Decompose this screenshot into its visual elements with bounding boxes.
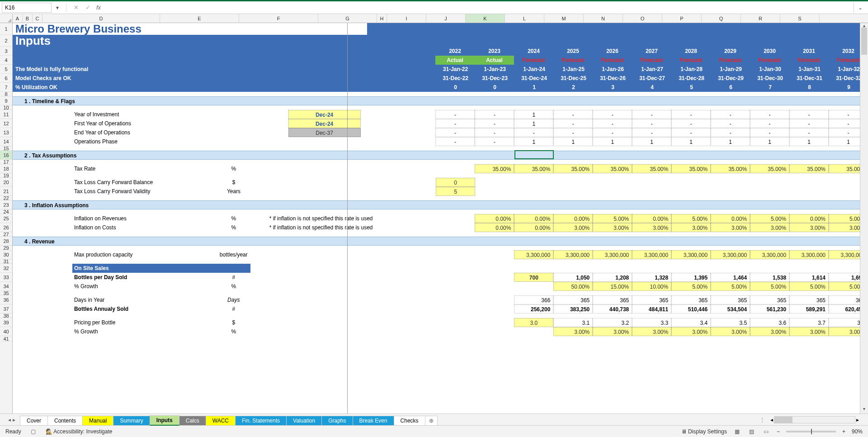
data-cell[interactable] (435, 318, 475, 327)
data-cell[interactable] (475, 304, 514, 314)
col-header[interactable]: A (13, 14, 23, 23)
row-header[interactable]: 2 (0, 35, 12, 47)
data-cell[interactable]: 5.00% (671, 214, 711, 223)
data-cell[interactable]: 35.00% (514, 164, 553, 173)
zoom-slider[interactable] (786, 431, 836, 432)
row-header[interactable]: 40 (0, 327, 12, 336)
data-cell[interactable] (435, 250, 475, 259)
zoom-out-button[interactable]: − (777, 428, 780, 435)
formula-bar-expand-icon[interactable]: ⌄ (854, 3, 866, 13)
data-cell[interactable]: 3.3 (632, 318, 671, 327)
tab-divider-icon[interactable]: ⋮ (760, 417, 765, 423)
data-cell[interactable]: - (671, 110, 711, 119)
data-cell[interactable]: 3.4 (671, 318, 711, 327)
data-cell[interactable]: 3.00% (711, 223, 750, 232)
row-header[interactable]: 14 (0, 137, 12, 146)
data-cell[interactable]: 5.00% (789, 282, 829, 291)
scrollbar-thumb[interactable] (774, 417, 793, 423)
data-cell[interactable]: - (553, 128, 593, 137)
data-cell[interactable]: 1 (789, 137, 829, 146)
data-cell[interactable] (475, 273, 514, 282)
row-header[interactable]: 11 (0, 110, 12, 119)
tab-nav-last-icon[interactable]: ▸ (13, 417, 15, 423)
col-header[interactable]: K (466, 14, 505, 23)
tab-nav-first-icon[interactable]: ◂ (8, 417, 11, 423)
data-cell[interactable]: 1,328 (632, 273, 671, 282)
data-cell[interactable]: - (789, 119, 829, 128)
data-cell[interactable]: 3,300,000 (711, 250, 750, 259)
col-header[interactable]: F (239, 14, 318, 23)
data-cell[interactable]: - (789, 110, 829, 119)
data-cell[interactable]: 256,200 (514, 304, 553, 314)
row-header[interactable]: 9 (0, 96, 12, 105)
data-cell[interactable]: - (750, 128, 789, 137)
col-header[interactable]: E (160, 14, 239, 23)
data-cell[interactable]: 0.00% (475, 223, 514, 232)
data-cell[interactable]: 3.00% (671, 327, 711, 336)
row-header[interactable]: 3 (0, 47, 12, 56)
data-cell[interactable]: 440,738 (593, 304, 632, 314)
data-cell[interactable]: 3.00% (593, 327, 632, 336)
tab-contents[interactable]: Contents (47, 416, 83, 425)
row-header[interactable]: 38 (0, 314, 12, 318)
data-cell[interactable]: 1 (593, 137, 632, 146)
data-cell[interactable]: 365 (750, 295, 789, 304)
col-header[interactable]: I (387, 14, 426, 23)
name-box[interactable]: K16 (2, 3, 52, 13)
page-break-view-icon[interactable]: ▭ (762, 428, 770, 436)
cancel-icon[interactable]: ✕ (71, 4, 81, 11)
data-cell[interactable]: - (514, 128, 553, 137)
col-header[interactable]: Q (702, 14, 741, 23)
data-cell[interactable]: 5.00% (593, 214, 632, 223)
data-cell[interactable] (514, 282, 553, 291)
horizontal-scrollbar[interactable] (774, 416, 855, 423)
data-cell[interactable]: 3.7 (789, 318, 829, 327)
row-header[interactable]: 22 (0, 196, 12, 200)
col-header[interactable]: H (377, 14, 387, 23)
data-cell[interactable]: 15.00% (593, 282, 632, 291)
data-cell[interactable]: - (553, 110, 593, 119)
data-cell[interactable]: 35.00% (553, 164, 593, 173)
hscroll-left-icon[interactable]: ◂ (770, 417, 773, 423)
data-cell[interactable]: - (711, 128, 750, 137)
data-cell[interactable]: 1,464 (711, 273, 750, 282)
col-header[interactable]: J (426, 14, 466, 23)
data-cell[interactable]: 0.00% (514, 214, 553, 223)
col-header[interactable]: O (623, 14, 662, 23)
data-cell[interactable]: 35.00% (711, 164, 750, 173)
data-cell[interactable]: 3.00% (553, 327, 593, 336)
row-header[interactable]: 26 (0, 223, 12, 232)
data-cell[interactable]: 3.00% (750, 223, 789, 232)
row-header[interactable]: 30 (0, 250, 12, 259)
data-cell[interactable]: 3,300,000 (553, 250, 593, 259)
tab-checks[interactable]: Checks (394, 416, 425, 425)
data-cell[interactable]: 3.00% (789, 327, 829, 336)
vertical-scrollbar[interactable]: ▴ ▾ (860, 23, 868, 413)
data-cell[interactable]: 1 (632, 137, 671, 146)
data-cell[interactable]: 3,300,000 (671, 250, 711, 259)
tab-valuation[interactable]: Valuation (286, 416, 322, 425)
data-cell[interactable]: 3.00% (593, 223, 632, 232)
data-cell[interactable]: 3.1 (553, 318, 593, 327)
data-cell[interactable]: 534,504 (711, 304, 750, 314)
data-cell[interactable] (435, 304, 475, 314)
data-cell[interactable]: 5.00% (711, 282, 750, 291)
row-header[interactable]: 36 (0, 295, 12, 304)
data-cell[interactable] (435, 295, 475, 304)
data-cell[interactable]: 35.00% (475, 164, 514, 173)
col-header[interactable]: B (23, 14, 33, 23)
col-header[interactable]: D (42, 14, 160, 23)
data-cell[interactable]: 3,300,000 (632, 250, 671, 259)
tab-cover[interactable]: Cover (20, 416, 48, 425)
data-cell[interactable]: 3,300,000 (789, 250, 829, 259)
select-all-button[interactable] (0, 14, 13, 23)
row-header[interactable]: 16 (0, 151, 12, 160)
data-cell[interactable]: 1 (514, 119, 553, 128)
data-cell[interactable]: 35.00% (632, 164, 671, 173)
data-cell[interactable]: 0.00% (475, 214, 514, 223)
row-header[interactable]: 24 (0, 209, 12, 214)
col-header[interactable]: R (741, 14, 780, 23)
data-cell[interactable]: 35.00% (671, 164, 711, 173)
data-cell[interactable] (475, 250, 514, 259)
data-cell[interactable] (435, 327, 475, 336)
